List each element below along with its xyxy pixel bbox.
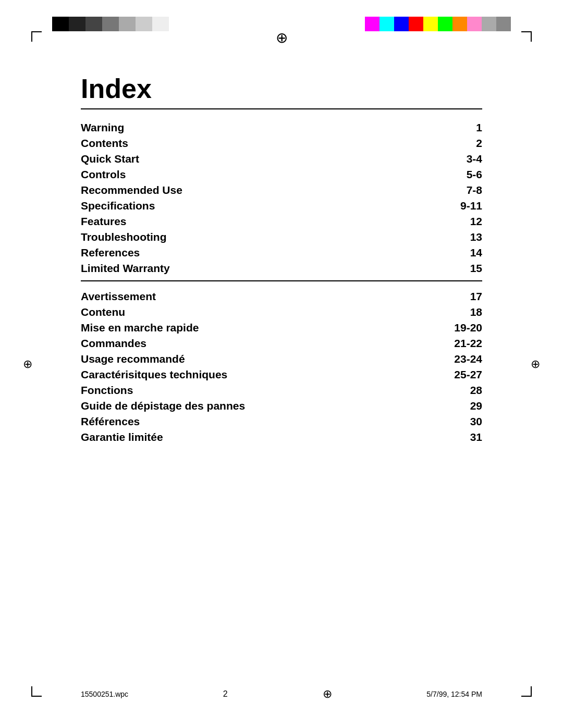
index-item-label: Warning: [81, 120, 385, 135]
index-item-number: 1: [385, 120, 482, 135]
english-index-table: Warning 1 Contents 2 Quick Start 3-4 Con…: [81, 120, 482, 276]
index-item-label: References: [81, 245, 385, 261]
french-index-item-label: Caractérisitques techniques: [81, 367, 406, 382]
index-item-label: Quick Start: [81, 151, 385, 167]
table-row: Garantie limitée 31: [81, 429, 482, 445]
table-row: Usage recommandé 23-24: [81, 351, 482, 367]
french-index-table: Avertissement 17 Contenu 18 Mise en marc…: [81, 289, 482, 445]
grayscale-block: [169, 17, 186, 31]
index-item-label: Limited Warranty: [81, 261, 385, 276]
grayscale-block: [152, 17, 169, 31]
index-item-number: 3-4: [385, 151, 482, 167]
table-row: Fonctions 28: [81, 382, 482, 398]
index-item-number: 12: [385, 214, 482, 229]
footer-date: 5/7/99, 12:54 PM: [426, 690, 482, 698]
index-item-label: Troubleshooting: [81, 229, 385, 245]
color-block: [380, 17, 394, 31]
table-row: Mise en marche rapide 19-20: [81, 320, 482, 336]
footer-page-number: 2: [223, 689, 228, 699]
color-block: [467, 17, 482, 31]
grayscale-block: [69, 17, 85, 31]
index-item-number: 7-8: [385, 182, 482, 198]
color-block: [365, 17, 380, 31]
french-index-item-label: Contenu: [81, 304, 406, 320]
color-block: [409, 17, 423, 31]
page-title: Index: [81, 73, 482, 104]
french-index-item-number: 17: [406, 289, 482, 304]
index-item-label: Controls: [81, 167, 385, 182]
color-block: [452, 17, 467, 31]
grayscale-block: [85, 17, 102, 31]
index-item-number: 9-11: [385, 198, 482, 214]
color-block: [496, 17, 511, 31]
table-row: Caractérisitques techniques 25-27: [81, 367, 482, 382]
footer-filename: 15500251.wpc: [81, 690, 128, 698]
french-index-item-label: Usage recommandé: [81, 351, 406, 367]
french-index-item-label: Garantie limitée: [81, 429, 406, 445]
color-block: [423, 17, 438, 31]
french-index-item-number: 29: [406, 398, 482, 414]
index-item-label: Recommended Use: [81, 182, 385, 198]
french-index-item-label: Références: [81, 414, 406, 429]
table-row: Commandes 21-22: [81, 336, 482, 351]
crosshair-right-icon: ⊕: [531, 357, 540, 371]
grayscale-block: [136, 17, 152, 31]
french-index-item-number: 23-24: [406, 351, 482, 367]
grayscale-block: [119, 17, 136, 31]
index-item-number: 15: [385, 261, 482, 276]
french-index-item-label: Mise en marche rapide: [81, 320, 406, 336]
divider-top: [81, 108, 482, 109]
top-bar: ⊕: [0, 15, 563, 33]
table-row: Warning 1: [81, 120, 482, 135]
color-block: [482, 17, 496, 31]
french-index-item-number: 30: [406, 414, 482, 429]
crosshair-left-icon: ⊕: [23, 357, 32, 371]
grayscale-strip: [52, 17, 186, 31]
color-strip: [365, 17, 511, 31]
table-row: Quick Start 3-4: [81, 151, 482, 167]
table-row: References 14: [81, 245, 482, 261]
french-index-item-number: 18: [406, 304, 482, 320]
color-block: [394, 17, 409, 31]
french-index-item-label: Commandes: [81, 336, 406, 351]
table-row: Références 30: [81, 414, 482, 429]
french-index-item-number: 19-20: [406, 320, 482, 336]
table-row: Features 12: [81, 214, 482, 229]
grayscale-block: [52, 17, 69, 31]
index-item-label: Features: [81, 214, 385, 229]
table-row: Specifications 9-11: [81, 198, 482, 214]
footer-crosshair-icon: ⊕: [323, 687, 332, 701]
corner-mark-bl: [31, 686, 42, 697]
table-row: Recommended Use 7-8: [81, 182, 482, 198]
french-index-item-number: 25-27: [406, 367, 482, 382]
crosshair-top-icon: ⊕: [273, 29, 290, 46]
section-divider: [81, 280, 482, 281]
french-index-item-label: Avertissement: [81, 289, 406, 304]
french-index-item-number: 28: [406, 382, 482, 398]
table-row: Limited Warranty 15: [81, 261, 482, 276]
index-item-number: 14: [385, 245, 482, 261]
table-row: Controls 5-6: [81, 167, 482, 182]
table-row: Avertissement 17: [81, 289, 482, 304]
grayscale-block: [102, 17, 119, 31]
index-item-number: 13: [385, 229, 482, 245]
index-item-number: 2: [385, 135, 482, 151]
main-content: Index Warning 1 Contents 2 Quick Start 3…: [81, 47, 482, 445]
table-row: Contents 2: [81, 135, 482, 151]
corner-mark-br: [521, 686, 532, 697]
french-index-item-label: Fonctions: [81, 382, 406, 398]
index-item-label: Specifications: [81, 198, 385, 214]
index-item-label: Contents: [81, 135, 385, 151]
french-index-item-number: 31: [406, 429, 482, 445]
french-index-item-label: Guide de dépistage des pannes: [81, 398, 406, 414]
color-block: [438, 17, 452, 31]
french-index-item-number: 21-22: [406, 336, 482, 351]
footer: 15500251.wpc 2 ⊕ 5/7/99, 12:54 PM: [81, 687, 482, 701]
table-row: Guide de dépistage des pannes 29: [81, 398, 482, 414]
table-row: Troubleshooting 13: [81, 229, 482, 245]
table-row: Contenu 18: [81, 304, 482, 320]
index-item-number: 5-6: [385, 167, 482, 182]
